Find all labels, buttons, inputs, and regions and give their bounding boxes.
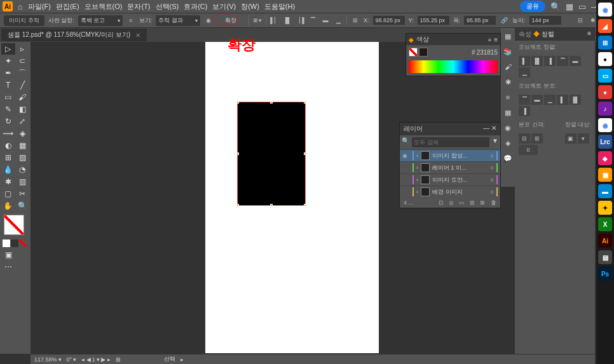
search-icon[interactable]: 🔍	[550, 2, 561, 11]
link-icon[interactable]: 🔗	[500, 16, 508, 25]
dock-properties-icon[interactable]: ▦	[502, 30, 514, 42]
handle-mr[interactable]	[304, 152, 306, 155]
taskbar-app[interactable]: Ps	[598, 267, 612, 281]
mesh-tool[interactable]: ⊞	[1, 152, 15, 163]
w-input[interactable]: 95.85 px	[464, 16, 496, 25]
target-icon[interactable]: ○	[491, 165, 494, 171]
menu-file[interactable]: 파일(F)	[28, 2, 51, 11]
dock-comments-icon[interactable]: 💬	[502, 152, 514, 164]
menu-edit[interactable]: 편집(E)	[56, 2, 79, 11]
dock-swatches-icon[interactable]: ▦	[502, 107, 514, 118]
screen-mode-tool[interactable]: ▣	[1, 249, 15, 260]
panel-menu-icon[interactable]: ≡	[587, 30, 591, 39]
preset-dropdown[interactable]: 흑백 로고	[78, 15, 123, 26]
dist-hcenter[interactable]: ▐▌	[570, 95, 581, 105]
taskbar-app[interactable]: ▬	[598, 184, 612, 198]
nav-handle-icon[interactable]: ⊞	[116, 356, 121, 363]
zoom-dropdown[interactable]: 117.58% ▾	[34, 356, 62, 363]
align-top-icon[interactable]: ▔	[308, 16, 317, 25]
taskbar-app[interactable]: X	[598, 217, 612, 231]
h-input[interactable]: 144 px	[529, 16, 561, 25]
taskbar-app[interactable]: ⊞	[598, 36, 612, 50]
slice-tool[interactable]: ✂	[16, 188, 30, 199]
taskbar-app[interactable]: ✦	[598, 201, 612, 215]
align-to-selection[interactable]: ▣	[565, 133, 576, 144]
layers-search-input[interactable]	[412, 137, 489, 147]
align-to-dropdown[interactable]: ▾	[578, 133, 589, 144]
dist-left[interactable]: ▌	[557, 95, 568, 105]
hand-tool[interactable]: ✋	[1, 200, 15, 212]
menu-help[interactable]: 도움말(H)	[264, 2, 295, 11]
shaper-tool[interactable]: ✎	[1, 104, 15, 115]
taskbar-app[interactable]: ◉	[598, 3, 612, 17]
expand-icon[interactable]: ›	[416, 165, 418, 171]
setup-icon[interactable]: ⊟	[576, 16, 585, 25]
share-button[interactable]: 공유	[520, 1, 545, 12]
target-icon[interactable]: ○	[491, 152, 494, 159]
dist-v-space[interactable]: ⊟	[519, 133, 530, 144]
tab-properties[interactable]: 속성	[519, 30, 531, 37]
target-icon[interactable]: ○	[491, 177, 494, 183]
handle-tl[interactable]	[236, 101, 239, 104]
line-tool[interactable]: ╱	[16, 79, 30, 91]
zoom-tool[interactable]: 🔍	[16, 200, 30, 212]
dist-h-space[interactable]: ⊞	[531, 133, 543, 144]
visibility-icon[interactable]: ◉	[402, 152, 410, 159]
expand-icon[interactable]: ›	[416, 189, 418, 195]
document-tab[interactable]: 샘플 12.psd* @ 117.58%(CMYK/미리 보기) ✕	[1, 29, 147, 41]
doc-icon[interactable]: 🗎▾	[253, 16, 262, 25]
handle-tm[interactable]	[270, 101, 273, 104]
blend-tool[interactable]: ◔	[16, 164, 30, 175]
eyedropper-tool[interactable]: 💧	[1, 164, 15, 175]
align-mid-icon[interactable]: ▬	[321, 16, 330, 25]
visibility-icon[interactable]: ◉	[204, 16, 213, 25]
rectangle-tool[interactable]: ▭	[1, 91, 15, 103]
fill-preview[interactable]	[409, 48, 418, 57]
status-dropdown-icon[interactable]: ▸	[181, 356, 184, 363]
align-center-icon[interactable]: ▐▌	[283, 16, 292, 25]
view-dropdown[interactable]: 추적 결과	[156, 15, 200, 26]
taskbar-app[interactable]: ◉	[598, 118, 612, 132]
dock-stroke-icon[interactable]: ≡	[502, 91, 514, 103]
image-trace-button[interactable]: 이미지 추적	[4, 15, 44, 26]
menu-effect[interactable]: 효과(C)	[184, 2, 207, 11]
menu-view[interactable]: 보기(V)	[212, 2, 236, 11]
pen-tool[interactable]: ✒	[1, 67, 15, 79]
taskbar-app[interactable]: ◢	[598, 19, 612, 33]
color-mode-fill[interactable]	[3, 239, 10, 247]
target-icon[interactable]: ◎	[449, 199, 454, 206]
taskbar-app[interactable]: Ai	[598, 234, 612, 248]
new-layer-icon[interactable]: 🗎	[480, 199, 486, 206]
taskbar-app[interactable]: ●	[598, 85, 612, 99]
taskbar-app[interactable]: ♪	[598, 102, 612, 116]
scale-tool[interactable]: ⤢	[16, 116, 30, 127]
target-icon[interactable]: ○	[491, 189, 494, 195]
align-left-icon[interactable]: ▌▏	[270, 16, 279, 25]
edit-toolbar[interactable]: ⋯	[1, 261, 15, 273]
menu-type[interactable]: 문자(T)	[127, 2, 150, 11]
locate-icon[interactable]: ⊡	[439, 199, 444, 206]
expand-button[interactable]: 확장	[217, 15, 245, 27]
fill-stroke-swatch[interactable]	[4, 215, 24, 235]
arrange-icon[interactable]: ▭	[578, 2, 586, 11]
align-left[interactable]: ▌	[519, 56, 530, 66]
color-mode-none[interactable]	[19, 239, 27, 247]
dist-vcenter[interactable]: ▬	[531, 95, 543, 105]
color-panel-menu-icon[interactable]: ≡	[494, 36, 498, 43]
delete-icon[interactable]: 🗑	[491, 199, 496, 206]
direct-selection-tool[interactable]: ▹	[16, 43, 30, 55]
tab-close-icon[interactable]: ✕	[135, 32, 140, 39]
x-input[interactable]: 98.825 px	[373, 16, 405, 25]
dist-bottom[interactable]: ▁	[544, 95, 556, 105]
rotate-dropdown[interactable]: 0° ▾	[67, 356, 77, 363]
handle-bl[interactable]	[236, 204, 239, 206]
symbol-tool[interactable]: ✱	[1, 176, 15, 187]
expand-icon[interactable]: ›	[416, 177, 418, 183]
align-top[interactable]: ▔	[557, 56, 568, 66]
taskbar-app[interactable]: ▭	[598, 69, 612, 83]
dist-right[interactable]: ▐	[519, 106, 530, 116]
layers-collapse-icon[interactable]: —	[483, 125, 489, 131]
align-hcenter[interactable]: ▐▌	[531, 56, 543, 66]
layer-row[interactable]: › 이미지 도안... ○	[400, 173, 500, 185]
gradient-tool[interactable]: ▨	[16, 152, 30, 163]
